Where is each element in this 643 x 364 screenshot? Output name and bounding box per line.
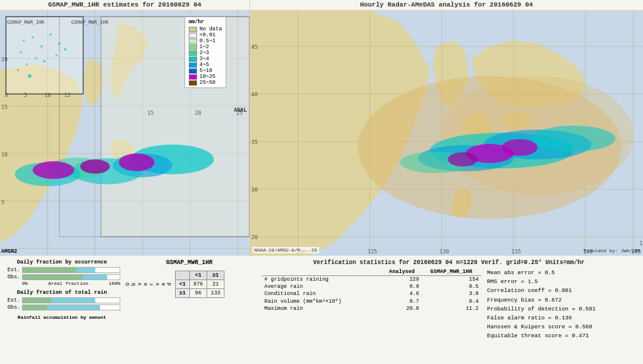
svg-text:45: 45 [251, 44, 258, 50]
top-section: GSMAP_MWR_1HR estimates for 20160629 04 [0, 0, 643, 256]
legend-color-001 [189, 33, 197, 38]
svg-text:10: 10 [45, 92, 51, 98]
cont-row-header-ge1: ≥1 [176, 289, 190, 298]
verif-val-0-a: 229 [382, 276, 422, 283]
legend-item-510: 5~10 [189, 68, 222, 74]
cont-row-header-lt1: <1 [176, 280, 190, 289]
obs-bar-green-1 [23, 275, 83, 280]
legend-color-051 [189, 39, 197, 44]
legend-item-34: 3~4 [189, 56, 222, 62]
verif-row-1: Average rain 0.9 0.5 [262, 283, 481, 290]
cont-col-ge1: ≥1 [207, 271, 224, 280]
svg-text:130: 130 [439, 249, 449, 255]
cont-col-lt1: <1 [189, 271, 207, 280]
legend-item-2550: 25~50 [189, 80, 222, 86]
svg-text:15: 15 [64, 92, 71, 98]
verif-label-0: # gridpoints raining [262, 276, 382, 283]
svg-text:20: 20 [251, 234, 258, 240]
stat-mean-abs-error: Mean abs error = 0.5 [487, 268, 636, 277]
obs-label-1: Obs. [4, 274, 20, 280]
verif-title: Verification statistics for 20160629 04 … [262, 259, 636, 266]
verif-table-container: Analysed GSMAP_MWR_1HR # gridpoints rain… [262, 268, 481, 341]
legend-item-051: 0.5~1 [189, 38, 222, 44]
svg-point-29 [20, 51, 22, 54]
contingency-section: GSMAP_MWR_1HR Observed <1 ≥1 <1 976 21 [124, 258, 255, 362]
verif-content: Analysed GSMAP_MWR_1HR # gridpoints rain… [262, 268, 636, 341]
verif-row-3: Rain volume (mm*km²×10⁶) 0.7 0.4 [262, 297, 481, 305]
areal-fraction-label: Areal fraction [48, 281, 88, 286]
est-label-1: Est. [4, 267, 20, 273]
contingency-table-container: <1 ≥1 <1 976 21 ≥1 96 133 [175, 268, 224, 300]
svg-point-38 [28, 74, 32, 78]
verif-col-gsmap: GSMAP_MWR_1HR [422, 268, 481, 276]
svg-text:0: 0 [5, 92, 8, 98]
legend: mm/hr No data <0.01 0.5~1 1~2 2~3 [185, 17, 226, 88]
est-bar-green-2 [23, 298, 52, 303]
amsr2-label: AMSR2 [1, 249, 17, 255]
est-bar-2 [22, 297, 120, 303]
chart-row-est-1: Est. [4, 267, 120, 273]
verif-val-4-a: 20.8 [382, 305, 422, 312]
svg-text:20: 20 [195, 110, 201, 116]
svg-text:35: 35 [251, 139, 258, 145]
stat-correlation: Correlation coeff = 0.801 [487, 286, 636, 295]
contingency-title: GSMAP_MWR_1HR [125, 259, 254, 266]
verif-val-1-a: 0.9 [382, 283, 422, 290]
obs-bar-2 [22, 305, 120, 310]
verif-label-3: Rain volume (mm*km²×10⁶) [262, 297, 382, 305]
chart-title-2: Daily fraction of total rain [4, 290, 120, 296]
legend-color-1025 [189, 74, 197, 80]
obs-label-2: Obs. [4, 305, 20, 310]
svg-text:15: 15 [639, 240, 643, 246]
svg-point-32 [35, 57, 37, 59]
obs-vertical-label: Observed [125, 283, 173, 285]
legend-item-1025: 10~25 [189, 74, 222, 80]
obs-bar-cyan-1 [83, 275, 107, 280]
svg-point-25 [33, 161, 74, 179]
verif-header-spacer [262, 268, 382, 276]
stat-false-alarm: False alarm ratio = 0.136 [487, 313, 636, 322]
verif-label-4: Maximum rain [262, 305, 382, 312]
axis-0pct: 0% [22, 281, 28, 286]
legend-color-nodata [189, 27, 197, 32]
verif-row-0: # gridpoints raining 229 154 [262, 276, 481, 283]
verification-section: Verification statistics for 20160629 04 … [257, 258, 641, 362]
svg-text:ANAL: ANAL [234, 107, 247, 113]
svg-point-33 [26, 63, 28, 65]
legend-color-12 [189, 45, 197, 50]
right-map-title: Hourly Radar-AMeDAS analysis for 2016062… [250, 0, 643, 10]
svg-point-36 [64, 48, 67, 51]
svg-text:30: 30 [251, 187, 258, 193]
est-bar-cyan-2 [52, 298, 95, 303]
verif-val-1-g: 0.5 [422, 283, 481, 290]
svg-point-77 [532, 125, 616, 152]
verif-col-analysed: Analysed [382, 268, 422, 276]
verif-val-4-g: 11.2 [422, 305, 481, 312]
verif-col-headers: Analysed GSMAP_MWR_1HR [262, 268, 481, 276]
verif-val-3-a: 0.7 [382, 297, 422, 305]
bar-axis-1: 0% Areal fraction 100% [22, 281, 120, 286]
legend-item-45: 4~5 [189, 62, 222, 68]
right-map-svg: 45 40 35 30 20 120 125 130 135 140 145 1… [250, 11, 643, 256]
verif-row-4: Maximum rain 20.8 11.2 [262, 305, 481, 312]
main-container: GSMAP_MWR_1HR estimates for 20160629 04 [0, 0, 643, 364]
svg-marker-16 [101, 17, 249, 237]
legend-title: mm/hr [189, 19, 222, 25]
svg-point-79 [502, 139, 538, 156]
svg-point-28 [40, 45, 43, 48]
bottom-section: Daily fraction by occurrence Est. Obs. 0… [0, 256, 643, 364]
chart-title-3: Rainfall accumulation by amount [4, 315, 120, 320]
contingency-wrapper: Observed <1 ≥1 <1 976 21 [125, 268, 254, 300]
chart-row-est-2: Est. [4, 297, 120, 303]
verif-data-table: Analysed GSMAP_MWR_1HR # gridpoints rain… [262, 268, 481, 312]
chart-row-obs-2: Obs. [4, 305, 120, 310]
svg-point-27 [32, 36, 34, 39]
bottom-charts: Daily fraction by occurrence Est. Obs. 0… [2, 258, 121, 362]
verif-val-3-g: 0.4 [422, 297, 481, 305]
legend-item-001: <0.01 [189, 32, 222, 38]
verif-val-0-g: 154 [422, 276, 481, 283]
legend-item-nodata: No data [189, 26, 222, 32]
svg-point-30 [49, 33, 52, 36]
verif-row-2: Conditional rain 4.6 3.8 [262, 290, 481, 297]
svg-text:20: 20 [1, 57, 8, 62]
